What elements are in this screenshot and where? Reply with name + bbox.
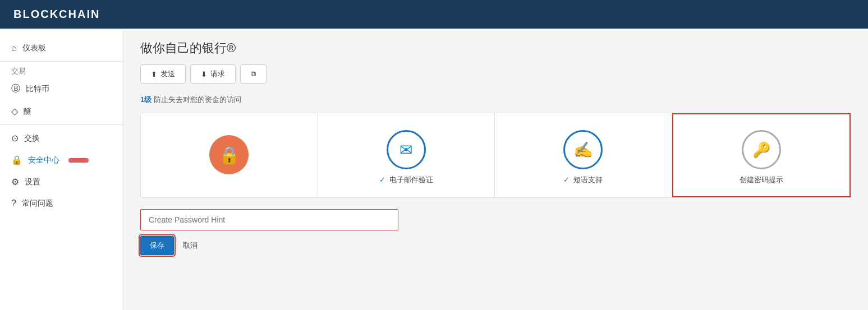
- home-icon: ⌂: [11, 43, 17, 53]
- action-bar: ⬆ 发送 ⬇ 请求 ⧉: [140, 64, 851, 84]
- sidebar-item-label: 常问问题: [22, 198, 53, 209]
- sidebar-item-ether[interactable]: ◇ 醚: [0, 100, 123, 122]
- sidebar: ⌂ 仪表板 交易 Ⓑ 比特币 ◇ 醚 ⊙ 交换 🔒 安全中心 ⚙ 设置 ? 常问: [0, 29, 123, 310]
- cancel-button[interactable]: 取消: [181, 237, 200, 255]
- sms-card-label: ✓ 短语支持: [563, 175, 603, 185]
- exchange-icon: ⊙: [11, 133, 19, 144]
- security-badge: [68, 158, 89, 163]
- save-button[interactable]: 保存: [140, 236, 174, 255]
- sidebar-item-label: 醚: [24, 107, 31, 117]
- sidebar-item-security[interactable]: 🔒 安全中心: [0, 149, 123, 171]
- bitcoin-icon: Ⓑ: [11, 83, 20, 95]
- sidebar-item-label: 设置: [25, 177, 40, 187]
- sms-icon-circle: ✍: [563, 130, 603, 169]
- security-description: 防止失去对您的资金的访问: [154, 95, 241, 104]
- password-hint-input[interactable]: [140, 209, 398, 230]
- copy-button[interactable]: ⧉: [240, 64, 267, 84]
- sidebar-item-label: 交换: [24, 133, 40, 144]
- security-section-label: 1级 防止失去对您的资金的访问: [140, 95, 851, 105]
- email-card-icon: ✉: [399, 141, 412, 159]
- main-layout: ⌂ 仪表板 交易 Ⓑ 比特币 ◇ 醚 ⊙ 交换 🔒 安全中心 ⚙ 设置 ? 常问: [0, 29, 868, 310]
- sidebar-item-dashboard[interactable]: ⌂ 仪表板: [0, 38, 123, 59]
- send-label: 发送: [160, 69, 175, 79]
- key-card-icon: 🔑: [752, 141, 770, 159]
- app-logo: BLOCKCHAIN: [13, 8, 100, 21]
- sidebar-divider-2: [0, 124, 123, 125]
- security-card-password[interactable]: 🔒: [141, 113, 318, 197]
- password-icon-circle: 🔒: [209, 135, 249, 174]
- email-card-label: ✓ 电子邮件验证: [379, 175, 433, 185]
- sidebar-item-label: 仪表板: [22, 43, 46, 53]
- security-cards-container: 🔒 ✉ ✓ 电子邮件验证 ✍ ✓ 短语支持: [140, 113, 851, 198]
- sidebar-item-bitcoin[interactable]: Ⓑ 比特币: [0, 77, 123, 100]
- sms-check-icon: ✓: [563, 175, 570, 184]
- app-header: BLOCKCHAIN: [0, 0, 868, 29]
- copy-icon: ⧉: [251, 70, 256, 78]
- sidebar-section-transactions: 交易: [0, 64, 123, 77]
- sidebar-item-exchange[interactable]: ⊙ 交换: [0, 127, 123, 149]
- faq-icon: ?: [11, 198, 16, 209]
- lock-card-icon: 🔒: [219, 145, 240, 165]
- request-icon: ⬇: [201, 70, 207, 78]
- password-hint-icon-circle: 🔑: [742, 130, 781, 169]
- form-actions: 保存 取消: [140, 236, 398, 255]
- email-icon-circle: ✉: [387, 130, 426, 169]
- password-hint-card-label: 创建密码提示: [740, 175, 783, 185]
- send-button[interactable]: ⬆ 发送: [140, 64, 186, 84]
- security-card-email[interactable]: ✉ ✓ 电子邮件验证: [318, 113, 495, 197]
- security-level: 1级: [140, 95, 151, 104]
- email-check-icon: ✓: [379, 175, 385, 184]
- hint-form: 保存 取消: [140, 209, 398, 255]
- request-label: 请求: [210, 69, 225, 79]
- sidebar-item-label: 比特币: [26, 84, 49, 94]
- page-title: 做你自己的银行®: [140, 40, 851, 57]
- sidebar-item-label: 安全中心: [28, 155, 59, 165]
- sidebar-item-settings[interactable]: ⚙ 设置: [0, 171, 123, 193]
- security-card-password-hint[interactable]: 🔑 创建密码提示: [672, 113, 851, 197]
- settings-icon: ⚙: [11, 177, 19, 187]
- ether-icon: ◇: [11, 106, 18, 117]
- sms-card-icon: ✍: [573, 141, 593, 159]
- main-content: 做你自己的银行® ⬆ 发送 ⬇ 请求 ⧉ 1级 防止失去对您的资金的访问: [123, 29, 868, 310]
- send-icon: ⬆: [151, 70, 157, 78]
- sidebar-divider-1: [0, 61, 123, 62]
- lock-icon: 🔒: [11, 155, 22, 165]
- sidebar-item-faq[interactable]: ? 常问问题: [0, 193, 123, 214]
- request-button[interactable]: ⬇ 请求: [190, 64, 236, 84]
- security-card-sms[interactable]: ✍ ✓ 短语支持: [495, 113, 672, 197]
